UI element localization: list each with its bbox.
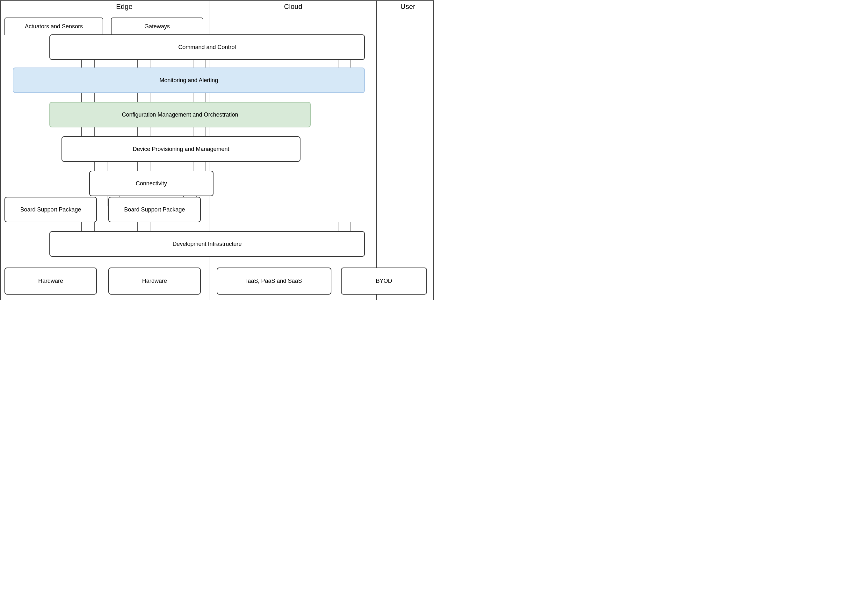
connectivity-box: Connectivity (89, 171, 214, 196)
conn32 (94, 222, 95, 231)
board-support-1-box: Board Support Package (5, 197, 97, 222)
conn10 (94, 93, 95, 102)
byod-box: BYOD (341, 268, 427, 295)
conn6 (205, 60, 206, 68)
conn11 (137, 93, 138, 102)
conn15 (81, 127, 82, 136)
left-border (0, 0, 1, 300)
conn5 (193, 60, 193, 68)
device-provisioning-box: Device Provisioning and Management (62, 136, 300, 162)
config-management-label: Configuration Management and Orchestrati… (122, 111, 238, 118)
conn4 (150, 60, 150, 68)
board-support-2-label: Board Support Package (124, 206, 185, 213)
top-border (0, 0, 434, 1)
conn21 (94, 162, 95, 171)
conn24 (150, 162, 150, 171)
conn26 (205, 162, 206, 171)
config-management-box: Configuration Management and Orchestrati… (49, 102, 311, 127)
architecture-diagram: Edge Cloud User Actuators and Sensors Ga… (0, 0, 434, 300)
user-header: User (382, 3, 433, 11)
iaas-paas-saas-label: IaaS, PaaS and SaaS (246, 278, 302, 284)
hardware-1-box: Hardware (5, 268, 97, 295)
conn27 (107, 196, 108, 206)
conn12 (150, 93, 150, 102)
hardware-2-label: Hardware (142, 278, 167, 284)
gateways-tab: Gateways (111, 18, 203, 35)
monitoring-alerting-box: Monitoring and Alerting (13, 68, 365, 93)
command-control-label: Command and Control (178, 44, 236, 51)
hardware-2-box: Hardware (108, 268, 201, 295)
conn14 (205, 93, 206, 102)
right-border (433, 0, 434, 300)
conn1 (81, 60, 82, 68)
conn18 (150, 127, 150, 136)
cloud-user-divider (376, 0, 376, 300)
monitoring-alerting-label: Monitoring and Alerting (159, 77, 218, 84)
conn3 (137, 60, 138, 68)
conn2 (94, 60, 95, 68)
conn9 (81, 93, 82, 102)
conn36 (351, 222, 351, 231)
conn17 (137, 127, 138, 136)
conn31 (81, 222, 82, 231)
dev-infrastructure-box: Development Infrastructure (49, 231, 365, 257)
board-support-2-box: Board Support Package (108, 197, 201, 222)
iaas-paas-saas-box: IaaS, PaaS and SaaS (217, 268, 331, 295)
edge-header: Edge (58, 3, 191, 11)
conn25 (193, 162, 193, 171)
byod-label: BYOD (376, 278, 392, 284)
cloud-header: Cloud (223, 3, 363, 11)
device-provisioning-label: Device Provisioning and Management (132, 146, 229, 153)
conn13 (193, 93, 193, 102)
board-support-1-label: Board Support Package (20, 206, 81, 213)
actuators-sensors-tab: Actuators and Sensors (5, 18, 103, 35)
conn35 (338, 222, 338, 231)
conn8 (351, 60, 351, 68)
actuators-sensors-label: Actuators and Sensors (25, 23, 83, 30)
conn20 (205, 127, 206, 136)
conn19 (193, 127, 193, 136)
conn16 (94, 127, 95, 136)
conn7 (338, 60, 338, 68)
conn22 (107, 162, 108, 171)
hardware-1-label: Hardware (38, 278, 63, 284)
conn34 (150, 222, 150, 231)
gateways-label: Gateways (144, 23, 170, 30)
dev-infrastructure-label: Development Infrastructure (172, 241, 241, 247)
conn23 (137, 162, 138, 171)
connectivity-label: Connectivity (136, 180, 167, 187)
conn33 (137, 222, 138, 231)
command-control-box: Command and Control (49, 34, 365, 60)
